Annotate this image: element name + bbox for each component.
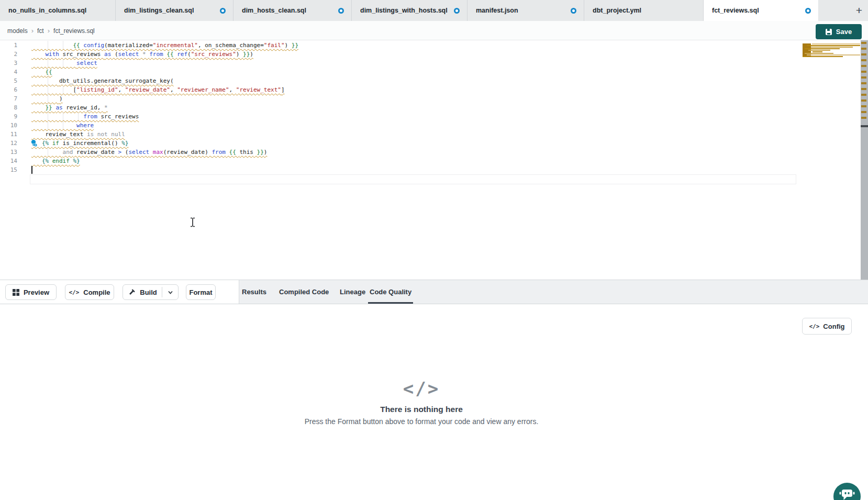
code-token: > bbox=[118, 149, 125, 155]
code-token: "incremental" bbox=[153, 42, 198, 49]
code-token: {{ bbox=[166, 51, 177, 58]
code-token: ( bbox=[111, 51, 118, 58]
warning-mark bbox=[861, 71, 866, 73]
code-token: }} bbox=[46, 104, 56, 111]
code-line-12[interactable]: {% if is_incremental() %} bbox=[0, 139, 861, 148]
code-text: {% if is_incremental() %} bbox=[31, 139, 128, 148]
code-token: * bbox=[104, 104, 108, 111]
code-token: from bbox=[212, 149, 226, 155]
button-divider bbox=[162, 287, 162, 297]
code-token: is_incremental() bbox=[59, 140, 121, 147]
code-line-5[interactable]: dbt_utils.generate_surrogate_key( bbox=[0, 76, 861, 85]
code-line-3[interactable]: select bbox=[0, 59, 861, 68]
code-token: * bbox=[142, 51, 146, 58]
preview-button[interactable]: Preview bbox=[5, 284, 57, 300]
tab-dbt-project-yml[interactable]: dbt_project.yml bbox=[584, 0, 704, 21]
code-token: src_reviews bbox=[59, 51, 104, 58]
tab-dim-hosts-clean-sql[interactable]: dim_hosts_clean.sql bbox=[233, 0, 352, 21]
chevron-down-icon[interactable] bbox=[167, 289, 174, 297]
build-button[interactable]: Build bbox=[123, 284, 179, 300]
warning-mark bbox=[861, 76, 866, 79]
tab-dim-listings-clean-sql[interactable]: dim_listings_clean.sql bbox=[116, 0, 233, 21]
code-line-14[interactable]: {% endif %} bbox=[0, 157, 861, 165]
code-token: select bbox=[76, 60, 97, 66]
code-token: where bbox=[76, 122, 94, 129]
code-token: "src_reviews" bbox=[191, 51, 236, 58]
code-editor[interactable]: 1 {{ config(materialized="incremental", … bbox=[0, 40, 861, 280]
tab-no-nulls-in-columns-sql[interactable]: no_nulls_in_columns.sql bbox=[0, 0, 116, 21]
code-line-13[interactable]: and review_date > (select max(review_dat… bbox=[0, 148, 861, 157]
code-text: where bbox=[31, 121, 94, 130]
code-line-11[interactable]: review_text is not null bbox=[0, 130, 861, 139]
code-line-4[interactable]: {{ bbox=[0, 68, 861, 76]
code-text: {{ bbox=[31, 68, 52, 76]
code-token: }} bbox=[253, 149, 264, 155]
minimap[interactable] bbox=[800, 41, 862, 59]
code-line-2[interactable]: with src_reviews as (select * from {{ re… bbox=[0, 50, 861, 59]
save-button[interactable]: Save bbox=[816, 24, 862, 39]
code-token: ] bbox=[281, 86, 285, 93]
breadcrumb-item-fct[interactable]: fct bbox=[37, 27, 44, 35]
lightbulb-icon[interactable] bbox=[30, 139, 37, 147]
code-token: }} bbox=[243, 51, 250, 58]
code-token: , bbox=[118, 86, 125, 93]
code-token: ( bbox=[187, 51, 191, 58]
tab-label: dim_listings_clean.sql bbox=[124, 7, 215, 14]
tab-manifest-json[interactable]: manifest.json bbox=[468, 0, 584, 21]
plus-icon: + bbox=[856, 4, 862, 17]
chevron-right-icon: › bbox=[48, 27, 50, 35]
overview-ruler-scrollbar[interactable] bbox=[861, 40, 868, 280]
floppy-disk-icon bbox=[826, 29, 832, 35]
code-token: {{ bbox=[73, 42, 83, 49]
code-text: {% endif %} bbox=[31, 157, 80, 165]
breadcrumb-item-fct-reviews-sql[interactable]: fct_reviews.sql bbox=[53, 27, 95, 35]
code-brackets-icon: </> bbox=[69, 289, 79, 296]
panel-tab-results[interactable]: Results bbox=[242, 280, 266, 304]
editor-tab-bar: no_nulls_in_columns.sqldim_listings_clea… bbox=[0, 0, 868, 21]
tab-label: fct_reviews.sql bbox=[712, 7, 800, 14]
code-line-10[interactable]: where bbox=[0, 121, 861, 130]
code-line-9[interactable]: from src_reviews bbox=[0, 112, 861, 121]
code-line-8[interactable]: }} as review_id, * bbox=[0, 103, 861, 112]
warning-mark bbox=[861, 105, 866, 107]
code-token: as bbox=[55, 104, 62, 111]
tab-label: dim_hosts_clean.sql bbox=[242, 7, 333, 14]
scrollbar-thumb[interactable] bbox=[861, 125, 868, 127]
code-text: and review_date > (select max(review_dat… bbox=[31, 148, 267, 157]
code-line-7[interactable]: ) bbox=[0, 94, 861, 103]
panel-tab-code-quality[interactable]: Code Quality bbox=[370, 280, 411, 304]
code-line-15[interactable] bbox=[0, 165, 861, 174]
warning-mark bbox=[861, 65, 866, 67]
new-tab-button[interactable]: + bbox=[850, 0, 868, 21]
code-token: ) bbox=[264, 149, 268, 155]
code-token bbox=[139, 51, 142, 58]
tab-dim-listings-with-hosts-sql[interactable]: dim_listings_with_hosts.sql bbox=[352, 0, 468, 21]
code-token bbox=[149, 149, 153, 155]
warning-mark bbox=[861, 82, 866, 84]
save-button-label: Save bbox=[836, 28, 852, 36]
tab-fct-reviews-sql[interactable]: fct_reviews.sql bbox=[704, 0, 819, 21]
code-token: src_reviews bbox=[97, 113, 139, 120]
tab-label: dim_listings_with_hosts.sql bbox=[360, 7, 449, 14]
code-token bbox=[70, 158, 73, 164]
breadcrumb-item-models[interactable]: models bbox=[7, 27, 28, 35]
code-quality-panel: </> Config </> There is nothing here Pre… bbox=[0, 304, 868, 500]
config-button[interactable]: </> Config bbox=[802, 318, 852, 335]
code-token bbox=[226, 149, 229, 155]
code-token: review_text bbox=[46, 131, 87, 138]
preview-button-label: Preview bbox=[24, 288, 49, 296]
code-token: "review_date" bbox=[125, 86, 170, 93]
code-token: {{ bbox=[46, 69, 52, 75]
format-button[interactable]: Format bbox=[186, 284, 216, 300]
code-line-6[interactable]: ["listing_id", "review_date", "reviewer_… bbox=[0, 85, 861, 94]
compile-button[interactable]: </> Compile bbox=[65, 284, 114, 300]
code-line-1[interactable]: {{ config(materialized="incremental", on… bbox=[0, 41, 861, 50]
code-text: {{ config(materialized="incremental", on… bbox=[31, 41, 298, 50]
panel-tab-lineage[interactable]: Lineage bbox=[340, 280, 365, 304]
tab-label: manifest.json bbox=[476, 7, 565, 14]
tab-label: dbt_project.yml bbox=[593, 7, 696, 14]
code-token: %} bbox=[121, 140, 128, 147]
panel-tab-compiled-code[interactable]: Compiled Code bbox=[279, 280, 329, 304]
compile-button-label: Compile bbox=[83, 288, 110, 296]
code-token: }} bbox=[292, 42, 298, 49]
